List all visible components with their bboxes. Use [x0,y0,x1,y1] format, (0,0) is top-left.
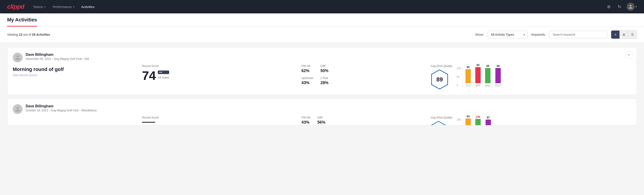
avg-shot-section: Avg Shot Quality 100 50 0 [431,116,631,126]
one-putt-value: 28% [320,80,328,85]
y-axis: 100 50 0 [457,118,461,126]
bar-group-putt: 89 PUTT [495,64,502,87]
detail-icon: ☰ [631,33,634,36]
bars-container: 94 OTT 106 ARG 87 [462,118,494,126]
updown-label: Up/Down [302,76,313,80]
chevron-down-icon: ▾ [44,6,46,8]
filters-bar: Viewing 12 out of 29 Activities Show: Al… [0,27,644,42]
chevron-down-icon: ▾ [73,6,74,8]
gir-label: GIR [317,116,325,119]
gir-value: 56% [317,120,325,125]
bar-app [475,119,481,126]
fw-hit-value: 62% [302,68,313,73]
fw-updown-col: FW Hit 62% Up/Down 43% [302,64,313,88]
avatar [13,53,22,62]
score-number: 74 [142,70,156,82]
fw-hit-label: FW Hit [302,116,310,119]
card-content-row: Morning round of golf Data Source: Arcco… [13,64,631,90]
user-info: Dave Billingham October 16, 2021 - Gog M… [26,104,96,112]
round-score-section: Round Score [142,116,292,123]
edit-button[interactable]: ✏ [625,51,633,59]
bar-value-arg: 87 [487,116,490,119]
search-input[interactable] [550,31,608,38]
main-content: ✏ Dave Billingham December 05, 2021 - Go… [0,42,644,134]
updown-value: 43% [302,80,313,85]
user-name: Dave Billingham [26,53,89,57]
gir-value: 50% [320,68,328,73]
avg-shot-quality-label: Avg Shot Quality [431,64,452,68]
fw-updown-col: FW Hit 43% [302,116,310,126]
detail-view-button[interactable]: ☰ [628,30,637,38]
user-avatar-button[interactable]: ▾ [626,3,637,11]
page-title: My Activities [7,17,37,26]
nav-performance[interactable]: Performance ▾ [53,5,74,9]
bar-group-ott: 94 OTT [466,115,471,126]
score-dash [142,122,155,123]
header-right: ⊕ ↻ ▾ [605,3,637,11]
nav-activities[interactable]: Activities [82,5,94,9]
y-label-50: 50 [457,76,461,78]
user-name: Dave Billingham [26,104,96,108]
nav-teams[interactable]: Teams ▾ [33,5,45,9]
list-icon: ≡ [614,33,616,36]
avg-shot-block: Avg Shot Quality [431,116,452,126]
bar-value-putt: 89 [497,64,500,68]
avg-shot-quality-label: Avg Shot Quality [431,116,452,119]
avatar-chevron-icon: ▾ [636,5,637,8]
fw-hit-label: FW Hit [302,64,313,68]
score-badge: +4 [158,70,169,74]
bar-group-app: 106 ARG [475,115,481,126]
data-source: Data Source: Arccos [13,74,133,77]
round-score-value: 74 +4 18 Holes [142,70,292,82]
svg-marker-1 [432,121,446,126]
fw-gir-stats: FW Hit 62% Up/Down 43% GIR 50% 1 Putt [302,64,422,88]
list-view-button[interactable]: ≡ [611,30,620,38]
bar-ott [466,69,471,83]
bar-arg [486,120,491,126]
card-content-row: Round Score FW Hit 43% GIR 56% [13,116,631,126]
bar-group-ott: 85 OTT [466,66,471,87]
grid-icon: ⊞ [622,33,625,36]
view-toggle: ≡ ⊞ ☰ [611,30,637,39]
bars-container: 85 OTT 90 APP 89 [462,67,504,87]
viewing-count-text: Viewing 12 out of 29 Activities [7,33,50,36]
bar-label-app: APP [476,84,480,87]
round-score-label: Round Score [142,116,292,119]
avatar [626,3,635,11]
bar-label-ott: OTT [466,84,470,87]
avatar [13,104,22,114]
gir-label: GIR [320,64,328,68]
hexagon: 89 [431,70,448,90]
activity-type-dropdown[interactable]: All Activity Types Round Practice [488,31,528,38]
bar-arg [485,68,490,83]
header-left: clippd Teams ▾ Performance ▾ Activities [7,3,94,10]
round-score-value [142,119,292,123]
hexagon-score: 89 [436,76,443,83]
bar-value-ott: 85 [466,66,470,69]
y-label-0: 0 [457,84,461,86]
bar-value-app: 106 [476,115,480,118]
round-score-section: Round Score 74 +4 18 Holes [142,64,292,82]
bar-value-app: 90 [476,64,479,67]
add-icon[interactable]: ⊕ [605,3,612,10]
bar-ott [466,118,471,126]
activity-type-dropdown-wrapper: All Activity Types Round Practice [488,31,528,38]
bar-label-putt: PUTT [495,84,502,87]
header: clippd Teams ▾ Performance ▾ Activities … [0,0,644,14]
grid-view-button[interactable]: ⊞ [620,30,628,38]
fw-gir-stats: FW Hit 43% GIR 56% [302,116,422,126]
refresh-icon[interactable]: ↻ [616,3,623,10]
logo[interactable]: clippd [7,3,24,10]
bar-putt [496,68,501,83]
card-left: Morning round of golf Data Source: Arcco… [13,64,133,77]
fw-hit-value: 43% [302,120,310,125]
pencil-icon: ✏ [628,53,630,57]
card-header: Dave Billingham October 16, 2021 - Gog M… [13,104,631,114]
activity-card: ✏ Dave Billingham December 05, 2021 - Go… [7,47,637,95]
gir-putt-col: GIR 50% 1 Putt 28% [320,64,328,88]
filters-right: Show: All Activity Types Round Practice … [475,30,637,39]
y-axis-labels: 100 50 0 [457,67,461,87]
y-label-100: 100 [457,67,461,70]
avg-shot-section: Avg Shot Quality 89 100 50 0 [431,64,631,90]
bar-group-arg: 89 ARG [485,64,490,87]
